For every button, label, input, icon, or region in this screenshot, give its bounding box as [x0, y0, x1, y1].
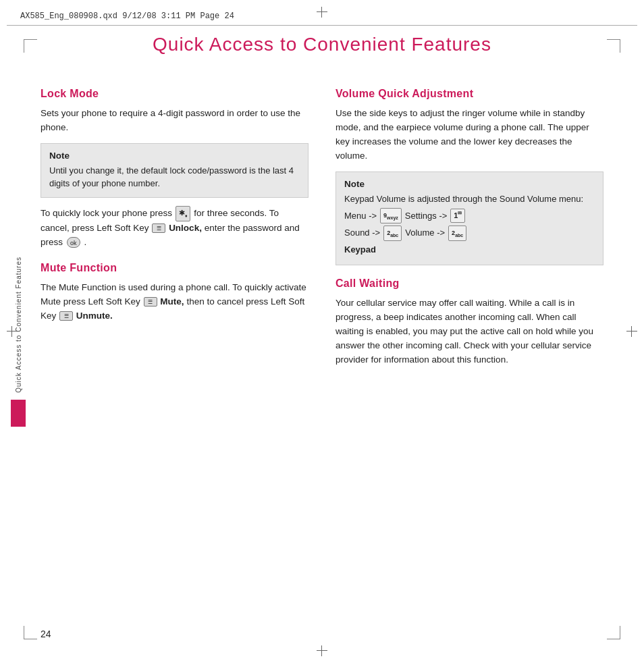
lock-mode-section: Lock Mode Sets your phone to require a 4… [41, 88, 308, 250]
page-title: Quick Access to Convenient Features [41, 34, 603, 55]
unmute-bold: Unmute. [76, 311, 113, 321]
call-waiting-section: Call Waiting Your cellular service may o… [336, 277, 603, 367]
mute-function-title: Mute Function [41, 262, 308, 274]
left-column: Lock Mode Sets your phone to require a 4… [41, 88, 308, 375]
volume-menu-line2: Sound -> 2abc Volume -> 2abc [344, 226, 595, 241]
key-1-icon: 1✉ [450, 209, 465, 223]
volume-note: Note Keypad Volume is adjusted through t… [336, 171, 603, 265]
lock-mode-note-body: Until you change it, the default lock co… [49, 164, 300, 190]
sidebar-red-block [11, 400, 26, 427]
volume-note-line1: Keypad Volume is adjusted through the So… [344, 192, 595, 206]
sidebar-text: Quick Access to Convenient Features [15, 257, 22, 393]
left-soft-key-mute-icon: ☰ [144, 297, 157, 307]
lock-body2-text: To quickly lock your phone press [41, 208, 172, 218]
lock-mode-body2: To quickly lock your phone press ✱♦ for … [41, 206, 308, 250]
corner-mark-tl [24, 39, 37, 53]
menu-label: Menu -> [344, 209, 377, 223]
corner-mark-bl [24, 626, 37, 639]
crosshair-bottom [317, 645, 327, 656]
mute-bold: Mute, [160, 296, 184, 307]
volume-menu-line1: Menu -> 9wxyz Settings -> 1✉ [344, 208, 595, 223]
lock-mode-body1: Sets your phone to require a 4-digit pas… [41, 107, 308, 135]
corner-mark-br [607, 626, 620, 639]
unlock-bold: Unlock, [169, 223, 202, 233]
volume-section: Volume Quick Adjustment Use the side key… [336, 88, 603, 265]
mute-function-section: Mute Function The Mute Function is used … [41, 262, 308, 323]
left-soft-key-unmute-icon: ☰ [59, 311, 73, 321]
key-2-abc-vol: 2abc [448, 226, 466, 241]
volume-note-title: Note [344, 179, 595, 189]
lock-mode-note-title: Note [49, 151, 300, 161]
sidebar-label-container: Quick Access to Convenient Features [10, 88, 26, 595]
content-area: Lock Mode Sets your phone to require a 4… [41, 88, 603, 622]
left-soft-key-icon: ☰ [152, 223, 165, 233]
volume-note-body: Keypad Volume is adjusted through the So… [344, 192, 595, 256]
key-2-abc-sound: 2abc [383, 226, 402, 241]
header-text: AX585_Eng_080908.qxd 9/12/08 3:11 PM Pag… [20, 11, 234, 21]
volume-label: Volume -> [405, 226, 445, 240]
volume-menu-line3: Keypad [344, 243, 595, 257]
star-key-icon: ✱♦ [176, 206, 191, 221]
ok-key-icon: ok [67, 237, 80, 248]
volume-title: Volume Quick Adjustment [336, 88, 603, 100]
lock-body2d-text: . [84, 237, 87, 247]
call-waiting-body: Your cellular service may offer call wai… [336, 296, 603, 367]
lock-mode-note: Note Until you change it, the default lo… [41, 143, 308, 198]
keypad-label: Keypad [344, 243, 376, 257]
two-column-layout: Lock Mode Sets your phone to require a 4… [41, 88, 603, 375]
settings-label: Settings -> [405, 209, 448, 223]
page-header: AX585_Eng_080908.qxd 9/12/08 3:11 PM Pag… [7, 7, 637, 26]
page-number: 24 [41, 629, 51, 639]
sound-label: Sound -> [344, 226, 380, 240]
call-waiting-title: Call Waiting [336, 277, 603, 290]
right-column: Volume Quick Adjustment Use the side key… [336, 88, 603, 375]
lock-mode-title: Lock Mode [41, 88, 308, 100]
crosshair-right [626, 326, 637, 337]
corner-mark-tr [607, 39, 620, 53]
mute-function-body: The Mute Function is used during a phone… [41, 281, 308, 323]
key-9-wxyz: 9wxyz [380, 208, 402, 223]
volume-body: Use the side keys to adjust the ringer v… [336, 107, 603, 163]
